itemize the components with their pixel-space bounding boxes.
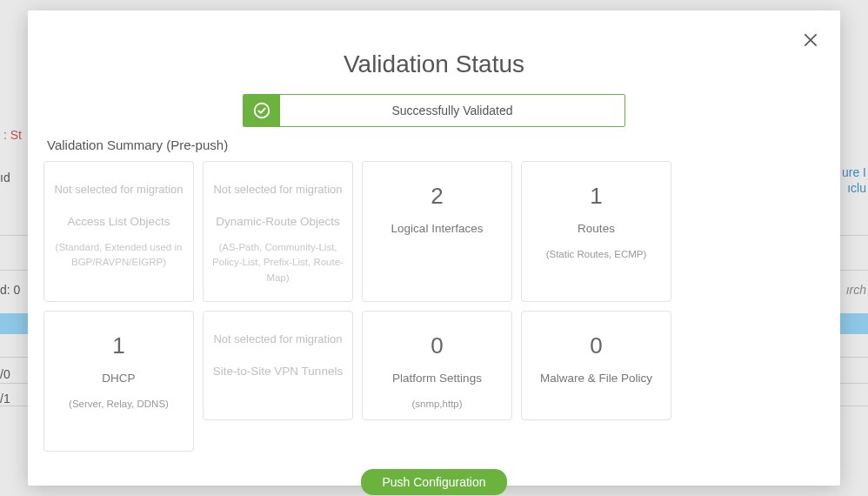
card-count: 0 — [590, 332, 602, 359]
summary-label: Validation Summary (Pre-push) — [43, 137, 825, 152]
card-count: 1 — [112, 332, 124, 359]
card-title: DHCP — [102, 372, 135, 385]
svg-point-2 — [255, 104, 270, 118]
card-malware-file-policy: 0 Malware & File Policy — [521, 311, 671, 420]
card-count: 1 — [590, 183, 602, 210]
card-subtitle: (Static Routes, ECMP) — [546, 247, 647, 262]
background-text: ıd — [0, 171, 10, 184]
push-configuration-button[interactable]: Push Configuration — [361, 469, 506, 495]
card-access-list-objects: Not selected for migration Access List O… — [43, 161, 194, 302]
success-icon-box — [244, 95, 280, 126]
card-title: Platform Settings — [392, 372, 482, 385]
not-selected-label: Not selected for migration — [54, 183, 183, 196]
modal-title: Validation Status — [43, 50, 825, 78]
background-text: /1 — [0, 392, 10, 406]
close-button[interactable] — [800, 30, 821, 50]
status-text: Successfully Validated — [280, 95, 624, 126]
card-title: Access List Objects — [68, 215, 170, 228]
validation-status-banner: Successfully Validated — [243, 94, 625, 127]
not-selected-label: Not selected for migration — [213, 332, 342, 345]
card-title: Logical Interfaces — [391, 222, 484, 235]
card-subtitle: (AS-Path, Community-List, Policy-List, P… — [212, 240, 344, 285]
card-logical-interfaces: 2 Logical Interfaces — [362, 161, 512, 302]
card-title: Dynamic-Route Objects — [216, 215, 340, 228]
card-subtitle: (Standard, Extended used in BGP/RAVPN/EI… — [53, 240, 184, 271]
card-title: Malware & File Policy — [540, 372, 652, 385]
background-text: /0 — [0, 367, 10, 381]
card-subtitle: (snmp,http) — [411, 397, 462, 412]
checkmark-circle-icon — [252, 101, 271, 120]
card-count: 2 — [431, 183, 443, 210]
card-title: Site-to-Site VPN Tunnels — [213, 365, 343, 378]
card-routes: 1 Routes (Static Routes, ECMP) — [521, 161, 671, 302]
summary-cards-container: Not selected for migration Access List O… — [43, 161, 825, 452]
background-text: : St — [3, 128, 22, 142]
card-platform-settings: 0 Platform Settings (snmp,http) — [362, 311, 512, 420]
card-site-to-site-vpn: Not selected for migration Site-to-Site … — [203, 311, 353, 420]
card-count: 0 — [431, 332, 443, 359]
card-dhcp: 1 DHCP (Server, Relay, DDNS) — [43, 311, 194, 452]
card-subtitle: (Server, Relay, DDNS) — [69, 397, 169, 412]
validation-status-modal: Validation Status Successfully Validated… — [28, 10, 840, 486]
background-text: ure I — [842, 165, 866, 179]
background-text: d: 0 — [0, 283, 20, 297]
close-icon — [802, 31, 819, 49]
not-selected-label: Not selected for migration — [213, 183, 342, 196]
card-dynamic-route-objects: Not selected for migration Dynamic-Route… — [203, 161, 353, 302]
card-title: Routes — [578, 222, 615, 235]
background-text: ıclu — [847, 181, 866, 195]
background-text: ırch — [846, 283, 866, 297]
